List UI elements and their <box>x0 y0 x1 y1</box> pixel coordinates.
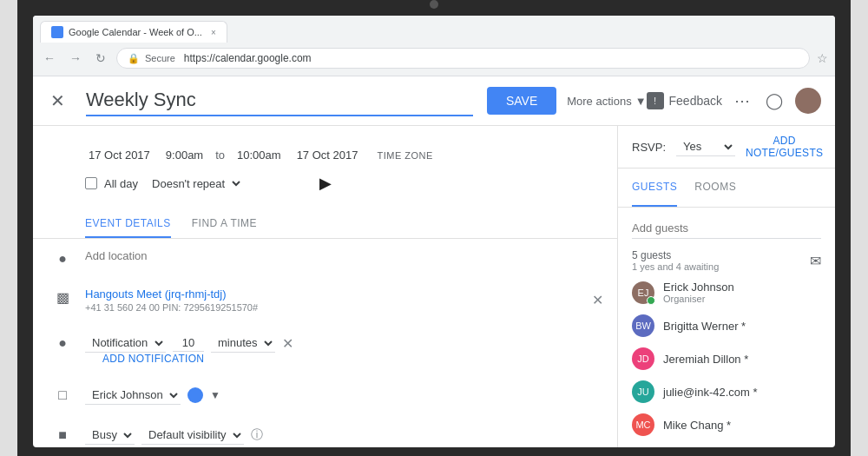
chevron-down-icon: ▼ <box>635 95 647 108</box>
status-inner: Busy Default visibility ⓘ <box>85 426 603 445</box>
user-avatar[interactable] <box>795 88 821 114</box>
help-icon[interactable]: ⓘ <box>251 427 263 443</box>
guest-avatar: JU <box>632 380 654 403</box>
address-bar: ← → ↻ 🔒 Secure https://calendar.google.c… <box>40 43 828 76</box>
header-actions: SAVE More actions ▼ <box>487 87 647 115</box>
remove-hangouts-button[interactable]: ✕ <box>592 292 603 308</box>
calendar-color-dot <box>187 387 203 403</box>
apps-icon[interactable]: ⋯ <box>731 88 753 114</box>
webcam <box>430 0 438 9</box>
status-content: Busy Default visibility ⓘ <box>85 426 603 445</box>
allday-checkbox[interactable] <box>85 177 97 189</box>
rsvp-label: RSVP: <box>632 141 666 154</box>
guest-item: EJ Erick Johnson Organiser <box>632 275 821 309</box>
guest-name: Jeremiah Dillon * <box>663 353 748 366</box>
notification-type-select[interactable]: Notification <box>85 334 166 353</box>
guest-item: JU julie@ink-42.com * <box>632 375 821 408</box>
guest-count-number: 5 guests <box>632 249 719 261</box>
allday-row: All day Doesn't repeat ▶ <box>33 170 617 196</box>
notification-icon[interactable]: ◯ <box>762 88 786 114</box>
rsvp-row: RSVP: Yes No Maybe ADD NOTE/GUESTS <box>618 126 835 169</box>
to-label: to <box>215 149 225 162</box>
tab-event-details[interactable]: EVENT DETAILS <box>85 210 171 238</box>
calendar-inner: Erick Johnson ▼ <box>85 386 603 405</box>
location-content <box>85 249 603 262</box>
status-row: ■ Busy Default visibility ⓘ <box>33 415 617 447</box>
allday-label: All day <box>104 177 138 190</box>
calendar-content: Erick Johnson ▼ <box>85 386 603 405</box>
tab-close-icon[interactable]: × <box>211 28 216 37</box>
tab-rooms[interactable]: ROOMS <box>694 169 736 207</box>
add-notification-link[interactable]: ADD NOTIFICATION <box>85 353 603 365</box>
datetime-row: 17 Oct 2017 9:00am to 10:00am 17 Oct 201… <box>33 140 617 170</box>
event-title-input[interactable] <box>86 85 473 116</box>
laptop-shell: Google Calendar - Week of O... × ← → ↻ 🔒… <box>17 0 851 456</box>
calendar-row: □ Erick Johnson ▼ <box>33 375 617 415</box>
hangouts-inner: Hangouts Meet (jrq-rhmj-tdj) +41 31 560 … <box>85 287 603 313</box>
close-button[interactable]: ✕ <box>47 87 69 115</box>
browser-tab[interactable]: Google Calendar - Week of O... × <box>40 21 227 43</box>
visibility-select[interactable]: Default visibility <box>141 426 244 445</box>
save-button[interactable]: SAVE <box>487 87 556 115</box>
guest-item: JD Jeremiah Dillon * <box>632 342 821 375</box>
location-input[interactable] <box>85 249 603 262</box>
lock-icon: 🔒 <box>128 53 140 64</box>
tab-guests[interactable]: GUESTS <box>632 169 677 207</box>
right-tabs: GUESTS ROOMS <box>632 169 821 207</box>
guest-info: Erick Johnson Organiser <box>663 281 734 304</box>
hangouts-subtitle: +41 31 560 24 00 PIN: 729561925157​0# <box>85 302 258 313</box>
notification-content: Notification minutes ✕ ADD NOTIFICATION <box>85 334 603 365</box>
location-row: ● <box>33 239 617 277</box>
hangouts-title[interactable]: Hangouts Meet (jrq-rhmj-tdj) <box>85 287 258 301</box>
url-text: https://calendar.google.com <box>184 52 312 64</box>
reload-button[interactable]: ↻ <box>92 50 109 67</box>
remove-notification-button[interactable]: ✕ <box>282 335 293 352</box>
calendar-dropdown-icon[interactable]: ▼ <box>210 389 220 401</box>
calendar-select[interactable]: Erick Johnson <box>85 386 181 405</box>
bookmark-icon[interactable]: ☆ <box>817 51 828 65</box>
address-box[interactable]: 🔒 Secure https://calendar.google.com <box>116 48 810 69</box>
tab-label: Google Calendar - Week of O... <box>69 27 202 37</box>
rsvp-select[interactable]: Yes No Maybe <box>676 137 735 156</box>
feedback-button[interactable]: ! Feedback <box>647 92 722 109</box>
guest-name: julie@ink-42.com * <box>663 386 758 399</box>
briefcase-icon: ■ <box>54 427 71 443</box>
guests-section: 5 guests 1 yes and 4 awaiting ✉ EJ <box>618 208 835 447</box>
status-select[interactable]: Busy <box>85 426 135 445</box>
browser-chrome: Google Calendar - Week of O... × ← → ↻ 🔒… <box>33 16 835 76</box>
guest-role: Organiser <box>663 294 734 304</box>
back-button[interactable]: ← <box>40 50 59 67</box>
event-tabs: EVENT DETAILS FIND A TIME <box>33 203 617 239</box>
email-guests-icon[interactable]: ✉ <box>810 253 821 269</box>
start-time[interactable]: 9:00am <box>162 147 207 163</box>
add-note-button[interactable]: ADD NOTE/GUESTS <box>746 135 823 159</box>
end-time[interactable]: 10:00am <box>233 147 285 163</box>
forward-button[interactable]: → <box>66 50 85 67</box>
tab-find-time[interactable]: FIND A TIME <box>192 210 257 238</box>
guest-avatar: MC <box>632 413 654 436</box>
guest-awaiting: 1 yes and 4 awaiting <box>632 261 719 272</box>
add-guests-input[interactable] <box>632 218 821 239</box>
end-date[interactable]: 17 Oct 2017 <box>293 147 362 163</box>
guest-item: MC Mike Chang * <box>632 408 821 441</box>
timezone-button[interactable]: TIME ZONE <box>377 150 432 161</box>
bell-icon: ● <box>54 335 71 351</box>
right-tabs-header: GUESTS ROOMS <box>618 169 835 208</box>
guest-name: Mike Chang * <box>663 419 731 432</box>
guests-list: EJ Erick Johnson Organiser BW Brigitta W… <box>632 275 821 441</box>
guest-avatar: BW <box>632 314 654 337</box>
more-actions-button[interactable]: More actions ▼ <box>567 95 646 108</box>
hangouts-info: Hangouts Meet (jrq-rhmj-tdj) +41 31 560 … <box>85 287 258 313</box>
notification-value-input[interactable] <box>173 334 204 352</box>
organizer-dot <box>647 296 655 305</box>
notification-row: ● Notification minutes ✕ ADD N <box>33 323 617 375</box>
start-date[interactable]: 17 Oct 2017 <box>85 147 154 163</box>
notification-unit-select[interactable]: minutes <box>211 334 275 353</box>
secure-label: Secure <box>145 53 175 63</box>
calendar-icon: □ <box>54 387 71 403</box>
guest-avatar: EJ <box>632 281 654 304</box>
cursor-indicator: ▶ <box>319 174 332 193</box>
left-panel: 17 Oct 2017 9:00am to 10:00am 17 Oct 201… <box>33 126 618 447</box>
repeat-select[interactable]: Doesn't repeat <box>145 175 243 193</box>
right-panel: RSVP: Yes No Maybe ADD NOTE/GUESTS GUEST… <box>618 126 835 447</box>
